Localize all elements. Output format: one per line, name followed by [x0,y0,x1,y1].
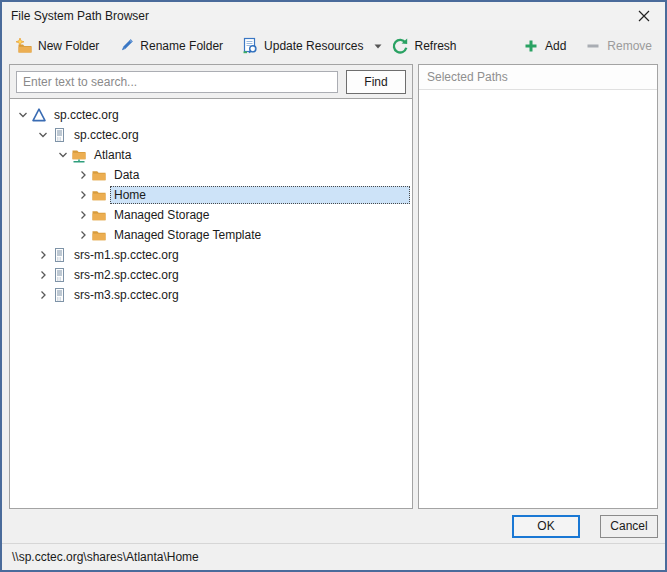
selected-paths-header: Selected Paths [419,65,657,90]
tree-node-srs-m1-sp-cctec-org[interactable]: srs-m1.sp.cctec.org [10,245,412,265]
forest-icon [31,107,50,123]
plus-icon [522,37,540,55]
remove-label: Remove [607,39,652,53]
update-resources-dropdown-button[interactable] [370,41,386,52]
tree-node-label: sp.cctec.org [74,128,139,142]
update-resources-icon [241,37,259,55]
add-label: Add [545,39,566,53]
chevron-down-icon[interactable] [34,127,51,143]
shared-folder-icon [71,147,90,163]
chevron-down-icon[interactable] [54,147,71,163]
tree-node-label: Data [114,168,139,182]
rename-folder-label: Rename Folder [140,39,223,53]
tree-node-home[interactable]: Home [10,185,412,205]
folder-icon [91,227,110,243]
close-icon [638,10,650,22]
update-resources-label: Update Resources [264,39,363,53]
tree-node-label: Atlanta [94,148,131,162]
tree-node-managed-storage[interactable]: Managed Storage [10,205,412,225]
tree-node-label-area[interactable]: Data [110,166,410,184]
tree-node-data[interactable]: Data [10,165,412,185]
selected-paths-list[interactable] [419,90,657,508]
chevron-right-icon[interactable] [74,187,91,203]
update-resources-button[interactable]: Update Resources [236,34,368,58]
tree-node-sp-cctec-org[interactable]: sp.cctec.org [10,125,412,145]
tree-node-label-area[interactable]: sp.cctec.org [70,126,410,144]
chevron-down-icon[interactable] [14,107,31,123]
chevron-right-icon[interactable] [34,247,51,263]
tree-node-label: srs-m2.sp.cctec.org [74,268,179,282]
toolbar: New Folder Rename Folder [2,30,665,62]
folder-icon [91,187,110,203]
tree-node-label: Home [114,188,146,202]
footer: OK Cancel [2,509,665,543]
chevron-right-icon[interactable] [34,287,51,303]
tree-node-label-area[interactable]: srs-m2.sp.cctec.org [70,266,410,284]
chevron-right-icon[interactable] [74,167,91,183]
folder-icon [91,167,110,183]
refresh-label: Refresh [414,39,456,53]
tree-node-label: sp.cctec.org [54,108,119,122]
folder-icon [91,207,110,223]
server-icon [51,267,70,283]
status-bar: \\sp.cctec.org\shares\Atlanta\Home [2,543,665,570]
find-button[interactable]: Find [346,70,406,94]
add-button[interactable]: Add [517,34,571,58]
dialog-title: File System Path Browser [2,9,623,23]
tree-node-label-area[interactable]: sp.cctec.org [50,106,410,124]
new-folder-label: New Folder [38,39,99,53]
pencil-icon [117,37,135,55]
titlebar: File System Path Browser [2,2,665,30]
new-folder-button[interactable]: New Folder [10,34,104,58]
selected-path-text: \\sp.cctec.org\shares\Atlanta\Home [12,550,199,564]
tree-node-label: Managed Storage Template [114,228,261,242]
close-button[interactable] [623,2,665,30]
refresh-button[interactable]: Refresh [386,34,461,58]
tree-node-label: Managed Storage [114,208,209,222]
tree-node-srs-m3-sp-cctec-org[interactable]: srs-m3.sp.cctec.org [10,285,412,305]
selected-paths-panel: Selected Paths [418,64,658,509]
tree-node-label-area[interactable]: Home [110,186,410,204]
tree-node-atlanta[interactable]: Atlanta [10,145,412,165]
tree-node-label: srs-m3.sp.cctec.org [74,288,179,302]
server-icon [51,247,70,263]
tree-node-label-area[interactable]: Managed Storage [110,206,410,224]
cancel-button[interactable]: Cancel [600,515,658,538]
rename-folder-button[interactable]: Rename Folder [112,34,228,58]
tree-node-srs-m2-sp-cctec-org[interactable]: srs-m2.sp.cctec.org [10,265,412,285]
minus-icon [584,37,602,55]
file-system-path-browser-dialog: File System Path Browser New Folder [0,0,667,572]
tree-node-label-area[interactable]: Atlanta [90,146,410,164]
chevron-right-icon[interactable] [34,267,51,283]
search-bar: Find [10,65,412,99]
remove-button[interactable]: Remove [579,34,657,58]
chevron-right-icon[interactable] [74,207,91,223]
refresh-icon [391,37,409,55]
chevron-down-icon [374,44,382,49]
tree-node-label-area[interactable]: Managed Storage Template [110,226,410,244]
main-content: Find sp.cctec.orgsp.cctec.orgAtlantaData… [2,62,665,509]
tree-node-managed-storage-template[interactable]: Managed Storage Template [10,225,412,245]
tree-node-label: srs-m1.sp.cctec.org [74,248,179,262]
tree: sp.cctec.orgsp.cctec.orgAtlantaDataHomeM… [10,99,412,508]
search-input[interactable] [16,71,338,93]
chevron-right-icon[interactable] [74,227,91,243]
server-icon [51,127,70,143]
new-folder-icon [15,37,33,55]
tree-node-sp-cctec-org[interactable]: sp.cctec.org [10,105,412,125]
ok-button[interactable]: OK [512,515,580,538]
server-icon [51,287,70,303]
tree-node-label-area[interactable]: srs-m1.sp.cctec.org [70,246,410,264]
tree-panel: Find sp.cctec.orgsp.cctec.orgAtlantaData… [9,64,413,509]
tree-node-label-area[interactable]: srs-m3.sp.cctec.org [70,286,410,304]
